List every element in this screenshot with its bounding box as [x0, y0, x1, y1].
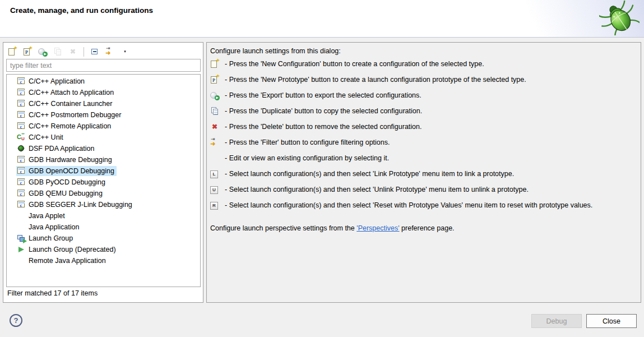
tree-item-content: cC/C++ Attach to Application [16, 87, 116, 98]
help-line-text: - Select launch configuration(s) and the… [225, 186, 529, 193]
tree-item[interactable]: cGDB PyOCD Debugging [7, 177, 200, 188]
help-line-text: - Press the 'Filter' button to configure… [225, 139, 390, 146]
tree-item-content: cC/C++ Container Launcher [16, 99, 114, 109]
filter-icon: ⇥➜ [105, 47, 114, 56]
help-line: ⇥➜- Press the 'Filter' button to configu… [210, 135, 636, 150]
export-icon: ▶ [210, 91, 219, 100]
help-line-text: - Press the 'New Prototype' button to cr… [225, 76, 526, 84]
tree-item[interactable]: Launch Group (Deprecated) [7, 244, 200, 255]
collapse-all-button[interactable] [89, 46, 100, 57]
debug-button[interactable]: Debug [531, 314, 582, 328]
tree-item[interactable]: C++UC/C++ Unit [7, 132, 200, 143]
c-window-icon: c [17, 110, 26, 119]
new-config-icon: ✦ [8, 47, 17, 56]
dsf-bug-icon [17, 144, 26, 153]
help-line-icon-cell [210, 107, 225, 116]
page-title: Create, manage, and run configurations [10, 6, 153, 15]
filter-input[interactable] [6, 59, 201, 72]
toolbar-separator [84, 47, 84, 57]
help-line-text: - Edit or view an existing configuration… [225, 154, 389, 162]
letter-l-icon: L [210, 170, 218, 178]
tree-item-label: GDB OpenOCD Debugging [29, 167, 114, 175]
new-configuration-button[interactable]: ✦ [7, 46, 18, 57]
tree-item[interactable]: cC/C++ Postmortem Debugger [7, 109, 200, 121]
delete-button[interactable]: ✖ [67, 46, 78, 57]
duplicate-icon [53, 47, 62, 56]
tree-item-label: GDB PyOCD Debugging [29, 178, 105, 186]
help-line-text: - Press the 'Duplicate' button to copy t… [225, 107, 422, 115]
delete-icon: ✖ [68, 47, 77, 56]
tree-item-content: cGDB Hardware Debugging [16, 155, 114, 165]
help-panel: Configure launch settings from this dial… [206, 42, 641, 303]
blank-icon-spacer [17, 211, 26, 220]
close-button[interactable]: Close [586, 314, 637, 328]
tree-item[interactable]: Java Applet [7, 210, 200, 221]
new-prototype-button[interactable]: P✦ [22, 46, 33, 57]
filter-button[interactable]: ⇥➜ [104, 46, 115, 57]
blank-icon-spacer [210, 154, 219, 163]
help-line-icon-cell: ✖ [210, 122, 225, 131]
duplicate-button[interactable] [52, 46, 63, 57]
tree-item-label: GDB SEGGER J-Link Debugging [29, 201, 132, 209]
tree-item[interactable]: Launch Group [7, 233, 200, 244]
help-line-text: - Press the 'New Configuration' button t… [225, 60, 484, 68]
new-prototype-icon: P✦ [23, 47, 32, 56]
tree-item-content: Remote Java Application [16, 256, 108, 266]
blank-icon-spacer [17, 256, 26, 265]
tree-item[interactable]: cC/C++ Attach to Application [7, 87, 200, 98]
help-line-icon-cell: ▶ [210, 91, 225, 100]
tree-item-label: GDB QEMU Debugging [29, 190, 103, 197]
tree-item[interactable]: cGDB Hardware Debugging [7, 154, 200, 165]
help-line: U- Select launch configuration(s) and th… [210, 182, 636, 197]
tree-item[interactable]: DSF PDA Application [7, 143, 200, 154]
tree-item-label: Remote Java Application [29, 257, 106, 265]
dialog-header: Create, manage, and run configurations [0, 0, 644, 38]
help-line-text: - Select launch configuration(s) and the… [225, 170, 514, 178]
tree-item[interactable]: cC/C++ Application [7, 76, 200, 87]
collapse-all-icon [90, 47, 99, 56]
help-icon[interactable]: ? [10, 314, 22, 327]
tree-item-label: Java Application [29, 223, 79, 231]
blank-icon-spacer [17, 223, 26, 232]
launch-group-icon [17, 234, 26, 243]
launch-configurations-dialog: Create, manage, and run configurations ✦… [0, 0, 644, 337]
tree-item-label: Launch Group [29, 234, 73, 242]
beetle-icon [599, 1, 640, 35]
tree-item[interactable]: Java Application [7, 221, 200, 233]
tree-item-content: cGDB QEMU Debugging [16, 188, 105, 198]
tree-item-label: C/C++ Attach to Application [29, 89, 114, 96]
duplicate-icon [210, 107, 219, 116]
help-line-icon-cell: P✦ [210, 75, 225, 84]
c-window-icon: c [17, 178, 26, 187]
filter-menu-dropdown[interactable]: ▾ [119, 46, 131, 57]
letter-u-icon: U [210, 186, 218, 194]
tree-item[interactable]: cGDB SEGGER J-Link Debugging [7, 199, 200, 210]
tree-item-content: cC/C++ Application [16, 76, 87, 86]
configurations-toolbar: ✦P✦▶✖⇥➜▾ [7, 45, 131, 58]
tree-item[interactable]: cGDB QEMU Debugging [7, 188, 200, 199]
tree-item-label: Launch Group (Deprecated) [29, 246, 116, 253]
tree-item-content: DSF PDA Application [16, 144, 96, 154]
tree-item-label: C/C++ Remote Application [29, 122, 111, 130]
tree-item[interactable]: cC/C++ Container Launcher [7, 98, 200, 109]
help-line: ▶- Press the 'Export' button to export t… [210, 87, 636, 103]
perspectives-link[interactable]: 'Perspectives' [356, 224, 399, 232]
tree-item-label: GDB Hardware Debugging [29, 156, 112, 164]
help-line: - Press the 'Duplicate' button to copy t… [210, 103, 636, 119]
tree-item-label: C/C++ Application [29, 77, 85, 85]
tree-item[interactable]: cGDB OpenOCD Debugging [7, 165, 200, 177]
tree-item-content: Java Application [16, 222, 81, 232]
tree-item[interactable]: cC/C++ Remote Application [7, 121, 200, 132]
help-line: P✦- Press the 'New Prototype' button to … [210, 72, 636, 87]
cpp-unit-icon: C++U [17, 133, 26, 142]
configurations-panel: ✦P✦▶✖⇥➜▾ cC/C++ ApplicationcC/C++ Attach… [3, 42, 203, 303]
tree-item-content: cC/C++ Postmortem Debugger [16, 110, 123, 120]
help-line-icon-cell [210, 154, 225, 163]
c-window-icon: c [17, 155, 26, 164]
export-button[interactable]: ▶ [37, 46, 48, 57]
tree-item-label: C/C++ Unit [29, 133, 63, 141]
tree-item[interactable]: Remote Java Application [7, 255, 200, 266]
help-line: R- Select launch configuration(s) and th… [210, 197, 636, 213]
perspective-text-after: preference page. [400, 224, 455, 232]
tree-item-content: Java Applet [16, 211, 67, 221]
